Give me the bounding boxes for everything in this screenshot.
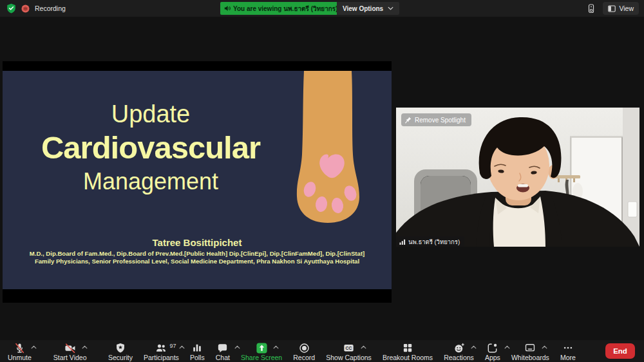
toolbar-label: More	[560, 354, 576, 361]
toolbar-label: Apps	[485, 354, 500, 361]
end-meeting-button[interactable]: End	[605, 343, 635, 359]
webcam-video-frame	[396, 108, 639, 247]
toolbar-button-breakout-rooms[interactable]: Breakout Rooms	[383, 340, 433, 362]
toolbar-label: Polls	[190, 354, 205, 361]
toolbar-label: Breakout Rooms	[383, 354, 433, 361]
meeting-toolbar: Unmute Start Video Security 97 Participa…	[0, 340, 644, 362]
spotlight-video-tile[interactable]: Remove Spotlight นพ.ธาตรี (วิทยากร)	[396, 108, 639, 247]
chevron-down-icon	[388, 6, 393, 10]
toolbar-label: Unmute	[8, 354, 32, 361]
toolbar-button-chat[interactable]: Chat	[216, 340, 230, 362]
toolbar-button-more[interactable]: More	[560, 340, 576, 362]
svg-text:CC: CC	[346, 346, 352, 350]
chevron-up-icon[interactable]	[31, 345, 37, 349]
chevron-up-icon[interactable]	[82, 345, 88, 349]
breakout-rooms-icon	[402, 342, 413, 354]
recording-label: Recording	[35, 5, 66, 12]
toolbar-label: Reactions	[444, 354, 474, 361]
toolbar-button-video-muted[interactable]: Start Video	[53, 340, 87, 362]
chevron-up-icon[interactable]	[234, 345, 240, 349]
record-icon	[298, 342, 310, 354]
meeting-status-area: Recording	[6, 0, 66, 17]
toolbar-button-share-screen[interactable]: Share Screen	[241, 340, 282, 362]
remove-spotlight-label: Remove Spotlight	[415, 117, 466, 124]
presentation-slide: Update Cardiovascular Management Tatree …	[3, 71, 392, 289]
participants-icon	[155, 342, 167, 354]
chat-icon	[216, 342, 229, 354]
toolbar-button-security-shield[interactable]: Security	[108, 340, 133, 362]
chevron-up-icon[interactable]	[504, 345, 510, 349]
toolbar-label: Start Video	[53, 354, 87, 361]
top-bar: Recording You are viewing นพ.ธาตรี (วิทย…	[0, 0, 644, 17]
toolbar-label: Security	[108, 354, 133, 361]
reactions-icon	[453, 342, 466, 354]
slide-title-block: Update Cardiovascular Management	[3, 71, 299, 195]
toolbar-button-captions[interactable]: CC Show Captions	[326, 340, 372, 362]
toolbar-button-participants[interactable]: 97 Participants	[144, 340, 179, 362]
share-screen-icon	[256, 342, 268, 354]
slide-title-line3: Management	[3, 168, 299, 195]
toolbar-label: Share Screen	[241, 354, 282, 361]
slide-title-line2: Cardiovascular	[3, 129, 299, 166]
remove-spotlight-button[interactable]: Remove Spotlight	[401, 113, 471, 126]
encryption-shield-icon[interactable]	[6, 3, 16, 14]
toolbar-label: Record	[293, 354, 315, 361]
polls-icon	[191, 342, 203, 354]
toolbar-label: Participants	[144, 354, 179, 361]
captions-icon: CC	[342, 342, 355, 354]
toolbar-center-group: Security 97 Participants Polls Chat Shar…	[108, 340, 576, 362]
speaker-icon	[224, 5, 231, 12]
top-right-controls: View	[586, 2, 639, 15]
speaker-credentials-line2: Family Physicians, Senior Professional L…	[3, 258, 392, 265]
layout-grid-icon	[608, 5, 616, 12]
toolbar-label: Whiteboards	[511, 354, 549, 361]
more-icon	[562, 342, 574, 354]
chevron-up-icon[interactable]	[542, 345, 547, 349]
participant-name-label: นพ.ธาตรี (วิทยากร)	[408, 237, 460, 247]
apps-icon	[486, 342, 498, 354]
view-options-button[interactable]: View Options	[337, 2, 399, 15]
speaker-credentials-line1: M.D., Dip.Board of Fam.Med., Dip.Board o…	[3, 250, 392, 257]
security-shield-icon	[115, 342, 126, 354]
zoom-meeting-window: Recording You are viewing นพ.ธาตรี (วิทย…	[0, 0, 644, 362]
chevron-up-icon[interactable]	[179, 345, 185, 349]
toolbar-button-whiteboards[interactable]: Whiteboards	[511, 340, 549, 362]
cat-paw-illustration	[294, 71, 363, 225]
participants-count-badge: 97	[169, 343, 176, 349]
chevron-up-icon[interactable]	[273, 345, 279, 349]
view-options-label: View Options	[343, 5, 383, 12]
pin-icon	[405, 117, 412, 124]
view-layout-button[interactable]: View	[603, 2, 639, 15]
connection-signal-icon	[399, 239, 406, 245]
chevron-up-icon[interactable]	[471, 345, 477, 349]
speaker-name: Tatree Bosittipichet	[3, 237, 392, 248]
chevron-up-icon[interactable]	[361, 345, 366, 349]
slide-title-line1: Update	[3, 100, 299, 128]
toolbar-left-group: Unmute Start Video	[8, 340, 87, 362]
toolbar-label: Show Captions	[326, 354, 372, 361]
toolbar-button-polls[interactable]: Polls	[190, 340, 205, 362]
slide-credits-block: Tatree Bosittipichet M.D., Dip.Board of …	[3, 237, 392, 265]
audio-device-icon[interactable]	[586, 3, 596, 14]
view-label: View	[619, 5, 634, 12]
toolbar-label: Chat	[216, 354, 230, 361]
toolbar-button-record[interactable]: Record	[293, 340, 315, 362]
shared-screen-area: Update Cardiovascular Management Tatree …	[3, 61, 392, 303]
participant-nametag: นพ.ธาตรี (วิทยากร)	[396, 236, 464, 247]
toolbar-button-mic-muted[interactable]: Unmute	[8, 340, 32, 362]
video-muted-icon	[64, 342, 77, 354]
recording-indicator-icon[interactable]	[21, 5, 30, 13]
toolbar-button-reactions[interactable]: Reactions	[444, 340, 474, 362]
mic-muted-icon	[14, 342, 26, 354]
toolbar-button-apps[interactable]: Apps	[485, 340, 500, 362]
whiteboards-icon	[524, 342, 536, 354]
